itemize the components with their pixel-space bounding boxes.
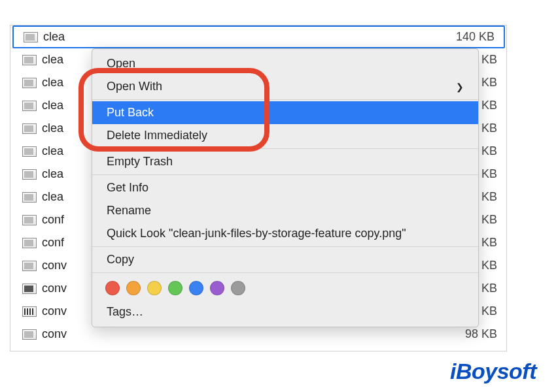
tag-color-dot[interactable] xyxy=(189,281,203,295)
menu-put-back-label: Put Back xyxy=(107,106,154,120)
file-thumbnail-icon xyxy=(22,55,37,65)
menu-separator xyxy=(92,99,478,100)
file-size: 80 KB xyxy=(455,350,506,351)
file-name: conv xyxy=(42,327,455,341)
menu-quick-look[interactable]: Quick Look "clean-junk-files-by-storage-… xyxy=(92,222,478,245)
brand-watermark: iBoysoft xyxy=(450,359,536,384)
tag-color-dot[interactable] xyxy=(147,281,162,295)
tag-color-dot[interactable] xyxy=(105,281,120,295)
file-thumbnail-icon xyxy=(22,215,37,225)
menu-open-with-label: Open With xyxy=(107,80,162,93)
file-thumbnail-icon xyxy=(22,192,37,203)
menu-separator xyxy=(92,246,478,247)
menu-rename-label: Rename xyxy=(107,204,151,218)
file-row[interactable]: crea80 KB xyxy=(10,346,506,351)
tag-color-dot[interactable] xyxy=(168,281,182,295)
file-thumbnail-icon xyxy=(22,329,37,340)
menu-delete-immediately-label: Delete Immediately xyxy=(107,129,207,142)
file-thumbnail-icon xyxy=(22,306,37,317)
file-thumbnail-icon xyxy=(22,238,37,248)
context-menu: Open Open With ❯ Put Back Delete Immedia… xyxy=(92,48,479,327)
menu-get-info[interactable]: Get Info xyxy=(92,176,478,199)
menu-copy-label: Copy xyxy=(107,253,134,267)
tag-color-dot[interactable] xyxy=(210,281,224,295)
file-name: crea xyxy=(42,350,455,351)
menu-tags-label: Tags… xyxy=(107,305,143,319)
menu-empty-trash-label: Empty Trash xyxy=(107,155,173,169)
file-thumbnail-icon xyxy=(22,169,37,180)
menu-delete-immediately[interactable]: Delete Immediately xyxy=(92,124,478,147)
file-thumbnail-icon xyxy=(22,261,37,271)
menu-separator xyxy=(92,174,478,175)
file-thumbnail-icon xyxy=(22,146,37,157)
menu-quick-look-label: Quick Look "clean-junk-files-by-storage-… xyxy=(107,227,406,240)
menu-tags[interactable]: Tags… xyxy=(92,301,478,323)
chevron-right-icon: ❯ xyxy=(456,82,464,92)
menu-open-label: Open xyxy=(107,57,135,71)
file-size: 140 KB xyxy=(453,30,504,44)
menu-copy[interactable]: Copy xyxy=(92,248,478,271)
file-name: clea xyxy=(43,30,453,44)
file-size: 98 KB xyxy=(455,327,506,341)
menu-separator xyxy=(92,148,478,149)
menu-empty-trash[interactable]: Empty Trash xyxy=(92,150,478,173)
file-thumbnail-icon xyxy=(24,32,38,42)
menu-open[interactable]: Open xyxy=(92,52,478,75)
file-thumbnail-icon xyxy=(22,284,37,294)
file-thumbnail-icon xyxy=(22,123,37,134)
file-thumbnail-icon xyxy=(22,101,37,111)
file-thumbnail-icon xyxy=(22,78,37,88)
menu-open-with[interactable]: Open With ❯ xyxy=(92,75,478,98)
menu-separator xyxy=(92,272,478,273)
tag-color-dot[interactable] xyxy=(126,281,141,295)
tag-color-row xyxy=(92,274,478,301)
tag-color-dot[interactable] xyxy=(231,281,245,295)
menu-get-info-label: Get Info xyxy=(107,181,148,195)
menu-rename[interactable]: Rename xyxy=(92,199,478,222)
menu-put-back[interactable]: Put Back xyxy=(92,101,478,124)
file-row[interactable]: clea140 KB xyxy=(12,25,505,48)
